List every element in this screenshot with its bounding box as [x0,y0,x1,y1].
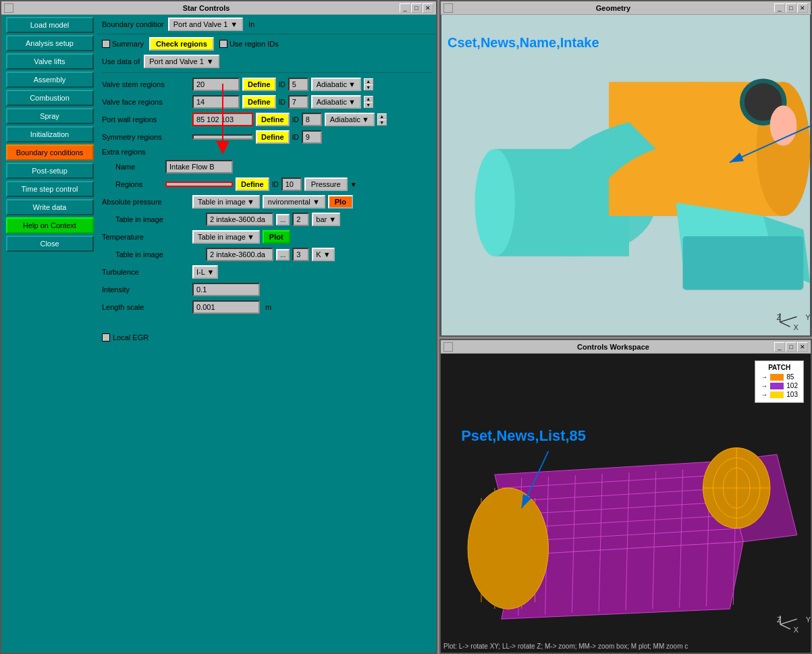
name-input[interactable]: Intake Flow B [165,160,233,173]
geom-maximize-btn[interactable]: □ [786,3,796,13]
sidebar-item-post-setup[interactable]: Post-setup [6,163,94,179]
sidebar-item-combustion[interactable]: Combustion [6,90,94,106]
valve-face-row: Valve face regions 14 Define ID 7 Adiaba… [98,93,436,111]
symmetry-define-btn[interactable]: Define [256,130,290,144]
star-controls-window-controls: _ □ ✕ [399,3,433,13]
sidebar-item-boundary-conditions[interactable]: Boundary conditions [6,144,94,161]
extra-regions-row: Extra regions [98,146,436,158]
use-data-dropdown[interactable]: Port and Valve 1 ▼ [144,55,219,68]
cw-viewport[interactable]: PATCH → 85 → 102 → 103 [441,354,811,639]
env-btn[interactable]: nvironmental ▼ [263,195,325,209]
maximize-btn[interactable]: □ [411,3,422,13]
regions-define-btn[interactable]: Define [236,178,269,191]
table-file-input-1[interactable]: 2 intake-3600.da [206,213,273,226]
sidebar-item-close[interactable]: Close [6,236,94,252]
svg-point-11 [770,105,797,146]
port-wall-spinner[interactable]: ▲ ▼ [377,113,387,126]
dropdown-arrow-icon: ▼ [230,20,238,28]
boundary-condition-value: Port and Valve 1 [173,20,228,28]
abs-pressure-table-btn[interactable]: Table in image ▼ [192,195,260,209]
port-wall-adiabatic-btn[interactable]: Adiabatic ▼ [325,113,375,126]
dots-btn-1[interactable]: ... [276,214,290,225]
summary-checkbox-label: Summary [102,40,144,48]
env-arrow-icon: ▼ [313,198,320,206]
pressure-btn[interactable]: Pressure [304,178,348,191]
sidebar-item-help-on-context[interactable]: Help on Context [6,217,94,234]
spin-down-btn3[interactable]: ▼ [377,119,387,126]
valve-stem-define-btn[interactable]: Define [242,78,276,91]
star-controls-title: Star Controls [183,4,230,12]
table-file-input-2[interactable]: 2 intake-3600.da [206,248,273,261]
spin-up-btn2[interactable]: ▲ [364,96,373,102]
abs-pressure-table-arrow: ▼ [247,198,254,206]
legend-arrow-85: → [761,373,767,381]
turbulence-dropdown[interactable]: I-L ▼ [192,265,218,279]
summary-row: Summary Check regions Use region IDs [98,34,436,53]
table-num-input-1[interactable]: 2 [292,213,309,226]
geometry-titlebar-icon [443,3,453,13]
regions-id-label: ID [272,181,279,188]
geometry-viewport[interactable]: Cset,News,Name,Intake Z X Y Cset,News,Na… [441,15,811,335]
sidebar-item-analysis-setup[interactable]: Analysis setup [6,35,94,51]
cw-maximize-btn[interactable]: □ [786,342,796,352]
plot-btn-1[interactable]: Plo [328,195,353,209]
legend-value-85: 85 [786,373,794,381]
cw-window-controls: _ □ ✕ [774,342,808,352]
valve-face-define-btn[interactable]: Define [242,95,276,109]
intensity-label: Intensity [102,285,190,294]
legend-title: PATCH [761,364,798,371]
local-egr-checkbox[interactable] [102,333,110,342]
sidebar-item-time-step-control[interactable]: Time step control [6,181,94,197]
use-region-ids-checkbox[interactable] [219,40,227,48]
port-wall-input[interactable]: 85 102 103 [192,113,253,126]
valve-stem-row: Valve stem regions 20 Define ID 5 Adiaba… [98,76,436,93]
dots-btn-2[interactable]: ... [276,249,290,261]
sidebar-item-spray[interactable]: Spray [6,108,94,124]
port-wall-define-btn[interactable]: Define [256,113,290,126]
unit-btn-2[interactable]: K ▼ [312,248,334,261]
symmetry-input[interactable] [192,134,253,140]
svg-text:Z: Z [777,313,782,321]
cw-close-btn[interactable]: ✕ [797,342,808,352]
cw-status-text: Plot: L-> rotate XY; LL-> rotate Z; M-> … [443,643,688,650]
spin-down-btn2[interactable]: ▼ [364,102,373,108]
valve-stem-input[interactable]: 20 [192,78,240,91]
valve-stem-adiabatic-btn[interactable]: Adiabatic ▼ [311,78,361,91]
valve-stem-spinner[interactable]: ▲ ▼ [364,78,373,90]
spin-up-btn[interactable]: ▲ [364,78,373,84]
valve-face-input[interactable]: 14 [192,95,240,109]
regions-input[interactable] [165,182,233,187]
name-row: Name Intake Flow B [111,158,436,175]
geom-close-btn[interactable]: ✕ [797,3,808,13]
valve-face-spinner[interactable]: ▲ ▼ [364,96,373,108]
legend-swatch-103 [770,391,784,398]
minimize-btn[interactable]: _ [400,3,410,13]
boundary-condition-dropdown[interactable]: Port and Valve 1 ▼ [168,18,243,31]
valve-face-adiabatic-btn[interactable]: Adiabatic ▼ [311,95,361,109]
unit-btn-1[interactable]: bar ▼ [312,213,340,226]
length-scale-unit: m [265,303,271,311]
table-num-input-2[interactable]: 3 [292,248,309,261]
sidebar-item-initialization[interactable]: Initialization [6,126,94,142]
intensity-input[interactable]: 0.1 [192,283,260,296]
top-bar: Boundary conditior Port and Valve 1 ▼ In [98,15,436,34]
summary-checkbox[interactable] [102,40,110,48]
table-image-label-1: Table in image [115,215,203,223]
cw-minimize-btn[interactable]: _ [774,342,785,352]
sidebar-item-valve-lifts[interactable]: Valve lifts [6,53,94,70]
spin-down-btn[interactable]: ▼ [364,84,373,90]
check-regions-btn[interactable]: Check regions [149,37,214,51]
spin-up-btn3[interactable]: ▲ [377,113,387,119]
svg-point-5 [475,149,515,256]
env-label: nvironmental [268,198,310,206]
temperature-table-btn[interactable]: Table in image ▼ [192,230,260,244]
sidebar-item-load-model[interactable]: Load model [6,17,94,33]
temperature-plot-btn[interactable]: Plot [263,230,290,244]
sidebar-item-assembly[interactable]: Assembly [6,72,94,88]
geom-minimize-btn[interactable]: _ [774,3,785,13]
length-scale-input[interactable]: 0.001 [192,300,260,314]
local-egr-label: Local EGR [113,333,148,342]
sidebar-item-write-data[interactable]: Write data [6,199,94,215]
legend-box: PATCH → 85 → 102 → 103 [755,360,804,403]
close-btn[interactable]: ✕ [423,3,433,13]
